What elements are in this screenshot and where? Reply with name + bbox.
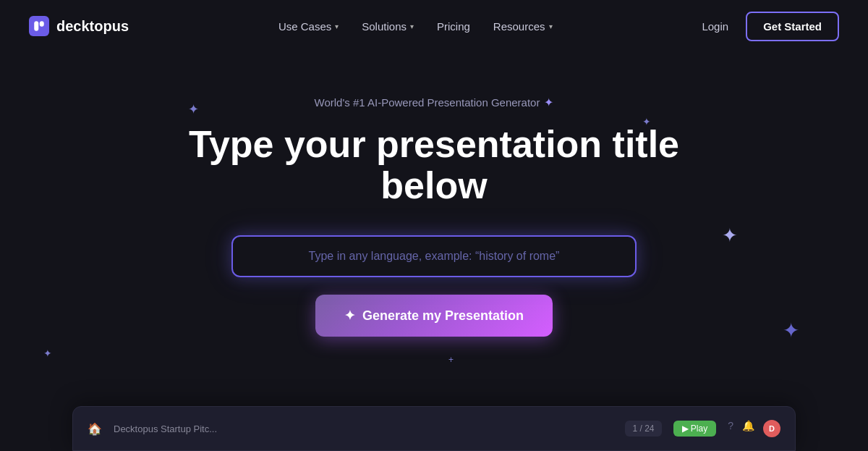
presentation-preview: 🏠 Decktopus Startup Pitc... 1 / 24 ▶ Pla… (72, 406, 796, 451)
chevron-down-icon: ▾ (410, 22, 414, 30)
navigation: decktopus Use Cases ▾ Solutions ▾ Pricin… (0, 0, 868, 52)
help-icon: ? (728, 420, 733, 437)
logo-text: decktopus (56, 18, 129, 35)
nav-resources[interactable]: Resources ▾ (493, 20, 553, 33)
svg-rect-0 (34, 21, 38, 31)
preview-icons: ? 🔔 D (728, 420, 780, 437)
svg-rect-1 (40, 21, 44, 27)
logo[interactable]: decktopus (29, 16, 129, 36)
hero-section: World's #1 AI-Powered Presentation Gener… (0, 52, 868, 337)
user-avatar[interactable]: D (763, 420, 780, 437)
generate-button-label: Generate my Presentation (362, 308, 524, 324)
preview-title: Decktopus Startup Pitc... (114, 423, 613, 434)
nav-pricing[interactable]: Pricing (437, 20, 470, 33)
nav-center: Use Cases ▾ Solutions ▾ Pricing Resource… (278, 20, 553, 33)
bell-icon: 🔔 (742, 420, 754, 437)
preview-progress: 1 / 24 (625, 421, 661, 437)
chevron-down-icon: ▾ (335, 22, 339, 30)
nav-right: Login Get Started (702, 12, 839, 41)
home-icon: 🏠 (88, 422, 102, 436)
search-box-wrapper (231, 235, 637, 277)
generate-presentation-button[interactable]: ✦ Generate my Presentation (315, 295, 553, 337)
nav-solutions[interactable]: Solutions ▾ (362, 20, 414, 33)
get-started-button[interactable]: Get Started (746, 12, 839, 41)
nav-use-cases[interactable]: Use Cases ▾ (278, 20, 339, 33)
login-button[interactable]: Login (702, 20, 728, 33)
generate-icon: ✦ (344, 308, 355, 324)
sparkle-decoration-4: ✦ (43, 347, 52, 359)
presentation-title-input[interactable] (231, 235, 637, 277)
hero-title: Type your presentation title below (181, 124, 687, 206)
logo-icon (29, 16, 49, 36)
sparkle-decoration-5: + (448, 355, 454, 365)
chevron-down-icon: ▾ (549, 22, 553, 30)
preview-play-button[interactable]: ▶ Play (673, 421, 717, 437)
hero-subtitle: World's #1 AI-Powered Presentation Gener… (315, 96, 554, 109)
sparkle-icon: ✦ (544, 96, 553, 109)
